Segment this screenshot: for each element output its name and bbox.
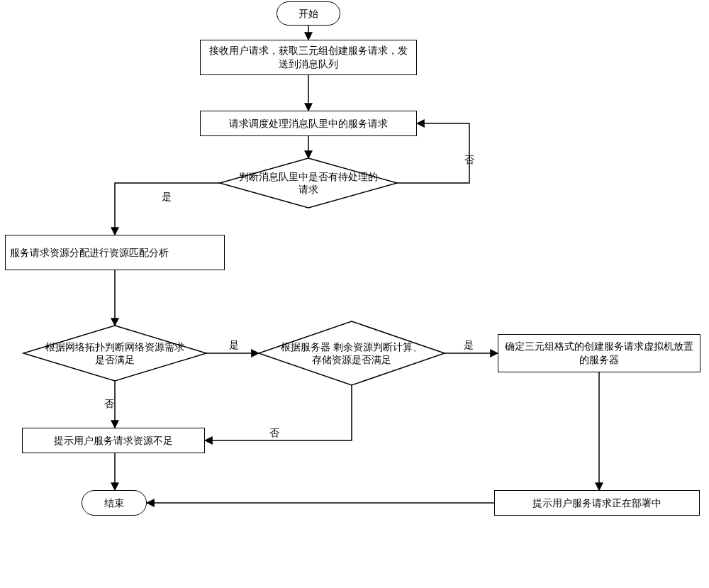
flowchart-canvas: 开始 接收用户请求，获取三元组创建服务请求，发送到消息队列 请求调度处理消息队里… — [0, 0, 709, 588]
edges-layer — [0, 0, 709, 588]
